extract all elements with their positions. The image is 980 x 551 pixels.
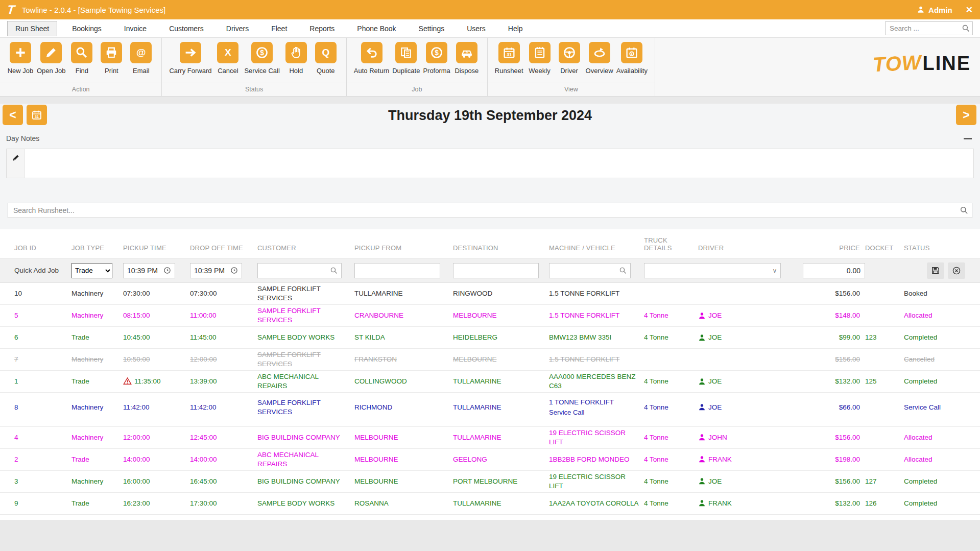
tab-run-sheet[interactable]: Run Sheet [7,21,57,36]
driver-select[interactable]: v [644,263,781,278]
close-icon[interactable]: ✕ [966,5,973,15]
q-icon: Q [315,42,337,63]
destination-cell: MELBOURNE [453,311,549,320]
customer-search-input[interactable] [257,263,342,278]
service-call-button[interactable]: $Service Call [244,42,279,75]
top-search-input[interactable] [885,21,973,35]
destination-input[interactable] [453,263,539,278]
tab-users[interactable]: Users [459,21,493,36]
cancel-button[interactable]: XCancel [214,42,241,75]
email-button[interactable]: @Email [128,42,154,75]
pickup-time-input[interactable]: 10:39 PM [123,263,175,278]
duplicate-button[interactable]: Duplicate [392,42,420,75]
runsheet-search-input[interactable] [8,203,972,218]
save-button[interactable] [927,262,944,279]
dropoff-time-cell: 12:45:00 [190,433,257,442]
column-header-driver: DRIVER [698,244,781,252]
new-job-button[interactable]: New Job [7,42,34,75]
tab-settings[interactable]: Settings [411,21,452,36]
chevron-down-icon: v [773,267,776,274]
proforma-button[interactable]: $Proforma [423,42,450,75]
quote-button[interactable]: QQuote [313,42,339,75]
truck-details-cell: 4 Tonne [644,433,698,442]
machine-cell: 1 TONNE FORKLIFTService Call [549,398,644,417]
day-notes-edit-strip [7,149,25,178]
open-job-button[interactable]: Open Job [37,42,65,75]
runsheet-button[interactable]: 31Runsheet [495,42,523,75]
date-title: Thursday 19th September 2024 [0,104,980,127]
price-input[interactable] [803,263,865,278]
machine-cell: 19 ELECTRIC SCISSOR LIFT [549,428,644,447]
hold-button[interactable]: Hold [283,42,309,75]
customer-cell: SAMPLE FORKLIFT SERVICES [257,350,354,369]
job-row[interactable]: 6Trade10:45:0011:45:00SAMPLE BODY WORKSS… [0,327,980,349]
dispose-button[interactable]: $Dispose [453,42,480,75]
tab-reports[interactable]: Reports [302,21,342,36]
job-row[interactable]: 1Trade11:35:0013:39:00ABC MECHANICAL REP… [0,371,980,393]
job-type-cell: Machinery [71,289,123,298]
job-row[interactable]: 3Machinery16:00:0016:45:00BIG BUILDING C… [0,471,980,493]
pickup-time-cell: 08:15:00 [123,311,190,320]
tab-fleet[interactable]: Fleet [264,21,295,36]
menu-tabs: Run SheetBookingsInvoiceCustomersDrivers… [7,19,538,37]
find-button[interactable]: Find [68,42,95,75]
machine-note: Service Call [549,408,639,417]
customer-cell: SAMPLE FORKLIFT SERVICES [257,398,354,417]
dropoff-time-input[interactable]: 10:39 PM [190,263,242,278]
pickup-time-cell: 10:45:00 [123,333,190,342]
tab-customers[interactable]: Customers [161,21,211,36]
tab-drivers[interactable]: Drivers [219,21,256,36]
pickup-time-cell: 11:42:00 [123,403,190,412]
tab-invoice[interactable]: Invoice [116,21,154,36]
availability-button[interactable]: Availability [616,42,648,75]
auto-return-button[interactable]: Auto Return [354,42,389,75]
column-header-pickup-from: PICKUP FROM [354,244,453,252]
driver-button[interactable]: Driver [556,42,583,75]
plus-icon [10,42,31,63]
weekly-button[interactable]: Weekly [527,42,553,75]
truck-details-cell: 4 Tonne [644,499,698,508]
pickup-from-input[interactable] [354,263,440,278]
job-row[interactable]: 8Machinery11:42:0011:42:00SAMPLE FORKLIF… [0,393,980,427]
pickup-from-cell: TULLAMARINE [354,289,453,298]
status-cell: Completed [904,333,972,342]
job-row[interactable]: 10Machinery07:30:0007:30:00SAMPLE FORKLI… [0,283,980,305]
tab-phone-book[interactable]: Phone Book [349,21,403,36]
day-notes-input[interactable] [25,149,973,178]
toolbar-group-status: Carry ForwardXCancel$Service CallHoldQQu… [162,38,346,96]
overview-button[interactable]: Overview [586,42,613,75]
table-header: JOB IDJOB TYPEPICKUP TIMEDROP OFF TIMECU… [0,229,980,258]
job-row[interactable]: 9Trade16:23:0017:30:00SAMPLE BODY WORKSR… [0,493,980,515]
user-menu[interactable]: Admin [917,6,952,14]
job-type-cell: Machinery [71,477,123,486]
driver-name: JOE [708,377,722,386]
job-row[interactable]: 5Machinery08:15:0011:00:00SAMPLE FORKLIF… [0,305,980,327]
machine-search-input[interactable] [549,263,631,278]
pickup-from-cell: ST KILDA [354,333,453,342]
button-label: Email [133,67,150,75]
pickup-from-cell: ROSANNA [354,499,453,508]
prev-day-button[interactable]: < [3,105,23,125]
customer-cell: SAMPLE BODY WORKS [257,499,354,508]
collapse-day-notes-button[interactable] [964,138,972,139]
calendar-button[interactable]: 31 [27,105,47,125]
job-type-select[interactable]: Trade [71,263,112,278]
job-row[interactable]: 4Machinery12:00:0012:45:00BIG BUILDING C… [0,427,980,449]
tab-bookings[interactable]: Bookings [64,21,109,36]
svg-text:$: $ [260,49,264,57]
destination-cell: RINGWOOD [453,289,549,298]
driver-cell: FRANK [698,499,781,508]
driver-name: FRANK [708,455,732,464]
job-row[interactable]: 2Trade14:00:0014:00:00ABC MECHANICAL REP… [0,449,980,471]
cancel-button[interactable] [948,262,965,279]
pickup-from-cell: MELBOURNE [354,455,453,464]
tab-help[interactable]: Help [500,21,531,36]
job-id-cell: 9 [14,499,71,508]
next-day-button[interactable]: > [956,105,976,125]
carry-forward-button[interactable]: Carry Forward [169,42,211,75]
docket-cell: 127 [865,477,904,486]
job-row[interactable]: 7Machinery10:50:0012:00:00SAMPLE FORKLIF… [0,349,980,371]
column-header-docket: DOCKET [865,244,904,252]
pickup-from-cell: RICHMOND [354,403,453,412]
print-button[interactable]: Print [98,42,125,75]
